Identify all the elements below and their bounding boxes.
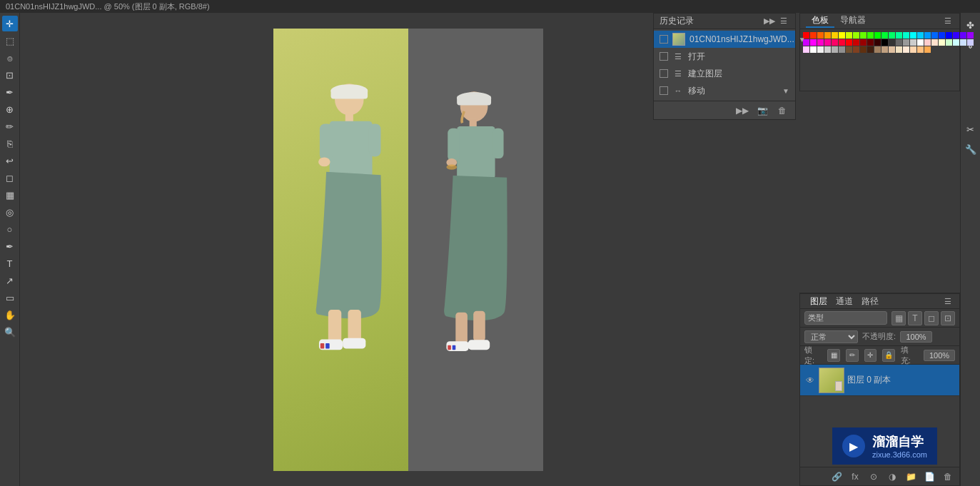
right-tool-4[interactable]: 🔧: [963, 141, 979, 157]
shape-tool[interactable]: ▭: [2, 290, 18, 305]
zoom-tool[interactable]: 🔍: [2, 324, 18, 340]
history-checkbox-0[interactable]: [660, 35, 668, 44]
swatch-57[interactable]: [867, 46, 874, 53]
history-item-1[interactable]: ☰ 打开: [654, 48, 795, 65]
layers-menu-icon[interactable]: ☰: [942, 295, 954, 307]
swatches-menu-icon[interactable]: ☰: [942, 16, 954, 27]
swatch-13[interactable]: [896, 32, 902, 39]
history-checkbox-1[interactable]: [660, 52, 668, 61]
eraser-tool[interactable]: ◻: [2, 170, 18, 186]
opacity-value[interactable]: 100%: [900, 331, 932, 343]
swatch-47[interactable]: [967, 39, 974, 46]
right-tool-1[interactable]: ✤: [963, 17, 979, 33]
swatch-55[interactable]: [853, 46, 859, 53]
layers-adjustment-icon[interactable]: ◑: [885, 470, 899, 484]
history-item-3[interactable]: ↔ 移动 ▼: [654, 82, 795, 99]
swatch-21[interactable]: [953, 32, 959, 39]
swatch-8[interactable]: [860, 32, 867, 39]
swatch-36[interactable]: [889, 39, 895, 46]
swatch-33[interactable]: [867, 39, 874, 46]
swatch-46[interactable]: [960, 39, 966, 46]
swatch-15[interactable]: [910, 32, 916, 39]
move-tool[interactable]: ✛: [2, 16, 18, 31]
filter-shape-icon[interactable]: ◻: [924, 311, 939, 325]
history-checkbox-3[interactable]: [660, 86, 668, 95]
history-expand-icon[interactable]: ▶▶: [764, 16, 775, 27]
swatch-28[interactable]: [832, 39, 838, 46]
gradient-tool[interactable]: ▦: [2, 187, 18, 203]
swatch-45[interactable]: [953, 39, 959, 46]
healing-tool[interactable]: ⊕: [2, 101, 18, 117]
lasso-tool[interactable]: ⌾: [2, 50, 18, 66]
hand-tool[interactable]: ✋: [2, 307, 18, 323]
swatch-23[interactable]: [967, 32, 974, 39]
swatch-48[interactable]: [803, 46, 809, 53]
swatch-12[interactable]: [889, 32, 895, 39]
swatch-16[interactable]: [917, 32, 924, 39]
swatch-14[interactable]: [903, 32, 909, 39]
swatch-49[interactable]: [810, 46, 817, 53]
tab-navigator[interactable]: 导航器: [834, 14, 872, 28]
swatch-39[interactable]: [910, 39, 916, 46]
swatch-56[interactable]: [860, 46, 867, 53]
history-menu-icon[interactable]: ☰: [778, 16, 789, 27]
swatch-18[interactable]: [931, 32, 938, 39]
swatch-63[interactable]: [910, 46, 916, 53]
tab-layers[interactable]: 图层: [806, 295, 832, 308]
swatch-43[interactable]: [939, 39, 945, 46]
swatch-64[interactable]: [917, 46, 924, 53]
swatch-26[interactable]: [817, 39, 824, 46]
swatch-9[interactable]: [867, 32, 874, 39]
swatch-25[interactable]: [810, 39, 817, 46]
path-select-tool[interactable]: ↗: [2, 273, 18, 288]
swatch-3[interactable]: [824, 32, 831, 39]
swatch-35[interactable]: [882, 39, 888, 46]
swatch-6[interactable]: [846, 32, 852, 39]
history-delete-icon[interactable]: 🗑: [775, 103, 789, 118]
swatch-11[interactable]: [882, 32, 888, 39]
history-checkbox-2[interactable]: [660, 69, 668, 78]
history-new-snapshot-icon[interactable]: ▶▶: [735, 103, 749, 118]
swatch-59[interactable]: [882, 46, 888, 53]
dodge-tool[interactable]: ○: [2, 221, 18, 237]
swatch-29[interactable]: [839, 39, 845, 46]
filter-pixel-icon[interactable]: ▦: [891, 311, 906, 325]
history-brush-tool[interactable]: ↩: [2, 153, 18, 168]
blur-tool[interactable]: ◎: [2, 204, 18, 220]
layers-fx-icon[interactable]: fx: [848, 470, 862, 484]
tab-channels[interactable]: 通道: [832, 295, 857, 308]
lock-all-btn[interactable]: 🔒: [882, 349, 895, 362]
swatch-61[interactable]: [896, 46, 902, 53]
history-item-0[interactable]: 01CN01nsHIJZ1hwgJWD... ▼: [654, 31, 795, 48]
swatch-40[interactable]: [917, 39, 924, 46]
swatch-30[interactable]: [846, 39, 852, 46]
swatch-37[interactable]: [896, 39, 902, 46]
swatch-34[interactable]: [874, 39, 881, 46]
swatch-65[interactable]: [924, 46, 931, 53]
layer-visibility-0[interactable]: 👁: [804, 375, 816, 386]
swatch-52[interactable]: [832, 46, 838, 53]
swatch-22[interactable]: [960, 32, 966, 39]
swatch-41[interactable]: [924, 39, 931, 46]
clone-tool[interactable]: ⎘: [2, 136, 18, 151]
swatch-50[interactable]: [817, 46, 824, 53]
lock-transparent-btn[interactable]: ▦: [827, 349, 840, 362]
filter-smart-icon[interactable]: ⊡: [941, 311, 955, 325]
swatch-42[interactable]: [931, 39, 938, 46]
layers-link-icon[interactable]: 🔗: [829, 470, 844, 484]
layers-type-filter[interactable]: 类型: [804, 311, 887, 325]
history-item-2[interactable]: ☰ 建立图层: [654, 65, 795, 82]
filter-adjust-icon[interactable]: T: [908, 311, 922, 325]
swatch-44[interactable]: [946, 39, 952, 46]
eyedropper-tool[interactable]: ✒: [2, 84, 18, 100]
swatch-1[interactable]: [810, 32, 817, 39]
layers-mask-icon[interactable]: ⊙: [867, 470, 881, 484]
brush-tool[interactable]: ✏: [2, 118, 18, 134]
history-camera-icon[interactable]: 📷: [755, 103, 769, 118]
swatch-51[interactable]: [824, 46, 831, 53]
swatch-32[interactable]: [860, 39, 867, 46]
text-tool[interactable]: T: [2, 255, 18, 271]
swatch-54[interactable]: [846, 46, 852, 53]
swatch-62[interactable]: [903, 46, 909, 53]
swatch-53[interactable]: [839, 46, 845, 53]
